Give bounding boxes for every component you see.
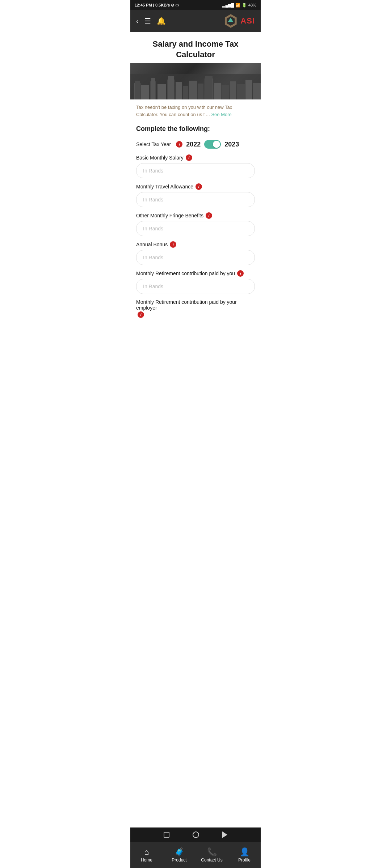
notification-bell-icon[interactable]: 🔔	[157, 17, 166, 25]
svg-rect-12	[198, 84, 203, 99]
section-title: Complete the following:	[130, 122, 261, 137]
svg-rect-14	[205, 76, 213, 99]
svg-rect-3	[141, 85, 149, 99]
svg-rect-15	[214, 83, 221, 99]
year-2023: 2023	[224, 141, 239, 148]
menu-button[interactable]: ☰	[144, 17, 151, 25]
logo-triangle-icon	[228, 18, 233, 22]
battery-percent: 48%	[248, 3, 256, 7]
see-more-link[interactable]: See More	[211, 112, 231, 117]
basic-monthly-salary-input[interactable]	[136, 163, 255, 178]
logo-area: ASI	[224, 14, 255, 28]
main-content: Salary and Income Tax Calculator	[130, 32, 261, 352]
annual-bonus-input[interactable]	[136, 250, 255, 265]
fringe-benefits-label: Other Monthly Fringe Benefits i	[136, 212, 255, 219]
signal-icon: ▂▄▆█	[222, 3, 234, 8]
basic-monthly-salary-group: Basic Monthly Salary i	[136, 154, 255, 178]
retirement-by-you-input[interactable]	[136, 279, 255, 294]
back-button[interactable]: ‹	[136, 17, 139, 25]
toggle-thumb	[213, 141, 220, 148]
monthly-travel-allowance-input[interactable]	[136, 192, 255, 207]
svg-rect-16	[222, 85, 229, 99]
monthly-travel-allowance-group: Monthly Travel Allowance i	[136, 183, 255, 207]
status-time-network: 12:45 PM | 0.5KB/s ⊙ ▭	[135, 3, 179, 8]
annual-bonus-label: Annual Bonus i	[136, 241, 255, 248]
svg-rect-10	[183, 86, 188, 99]
logo-hex-inner	[226, 16, 235, 26]
retirement-by-you-info-icon[interactable]: i	[237, 270, 244, 277]
retirement-by-employer-label: Monthly Retirement contribution paid by …	[136, 299, 255, 318]
tax-year-label: Select Tax Year	[136, 141, 171, 147]
svg-rect-20	[253, 83, 261, 99]
monthly-travel-allowance-label: Monthly Travel Allowance i	[136, 183, 255, 190]
hero-image	[130, 63, 261, 99]
logo-hexagon	[224, 14, 237, 28]
status-network: 0.5KB/s	[155, 3, 170, 7]
tax-year-info-icon[interactable]: i	[176, 141, 182, 148]
svg-rect-11	[189, 81, 197, 99]
retirement-by-employer-group: Monthly Retirement contribution paid by …	[136, 299, 255, 318]
toggle-track	[204, 140, 221, 149]
annual-bonus-info-icon[interactable]: i	[170, 241, 176, 248]
nav-left-controls: ‹ ☰ 🔔	[136, 17, 166, 25]
tax-year-toggle[interactable]	[204, 140, 221, 149]
fringe-benefits-group: Other Monthly Fringe Benefits i	[136, 212, 255, 236]
svg-rect-6	[157, 84, 166, 99]
annual-bonus-group: Annual Bonus i	[136, 241, 255, 265]
travel-allowance-info-icon[interactable]: i	[196, 183, 202, 190]
status-bar: 12:45 PM | 0.5KB/s ⊙ ▭ ▂▄▆█ 📶 🔋 48%	[130, 0, 261, 10]
retirement-employer-info-icon[interactable]: i	[138, 311, 144, 318]
description-text: Tax needn't be taxing on you with our ne…	[130, 104, 261, 122]
form-section: Select Tax Year i 2022 2023 Basic Monthl…	[130, 137, 261, 318]
svg-rect-19	[245, 80, 252, 99]
retirement-by-you-group: Monthly Retirement contribution paid by …	[136, 270, 255, 294]
svg-rect-9	[176, 82, 182, 99]
svg-rect-17	[230, 81, 236, 99]
status-time: 12:45 PM	[135, 3, 152, 7]
year-2022: 2022	[186, 141, 201, 148]
svg-rect-18	[237, 84, 245, 99]
top-nav: ‹ ☰ 🔔 ASI	[130, 10, 261, 32]
fringe-benefits-info-icon[interactable]: i	[206, 212, 212, 219]
retirement-by-you-label: Monthly Retirement contribution paid by …	[136, 270, 255, 277]
wifi-icon: 📶	[235, 3, 240, 8]
status-indicators: ▂▄▆█ 📶 🔋 48%	[222, 3, 256, 8]
fringe-benefits-input[interactable]	[136, 221, 255, 236]
svg-rect-8	[168, 76, 174, 99]
page-title: Salary and Income Tax Calculator	[130, 32, 261, 63]
basic-salary-info-icon[interactable]: i	[186, 154, 192, 161]
battery-icon: 🔋	[242, 3, 247, 8]
svg-rect-5	[151, 78, 155, 99]
skyline-graphic	[130, 74, 261, 99]
tax-year-row: Select Tax Year i 2022 2023	[136, 137, 255, 154]
svg-rect-2	[135, 81, 140, 99]
brand-name: ASI	[240, 16, 255, 26]
basic-monthly-salary-label: Basic Monthly Salary i	[136, 154, 255, 161]
